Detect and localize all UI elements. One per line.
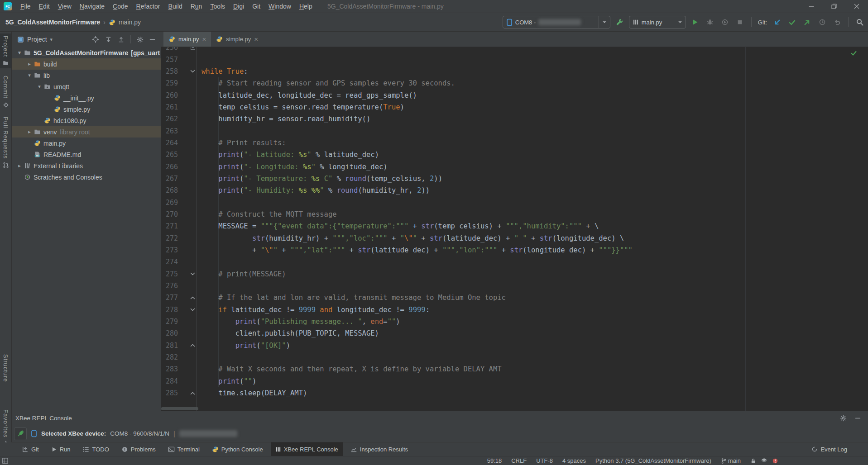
line-number[interactable]: 274	[161, 258, 184, 266]
history-button[interactable]	[816, 16, 828, 28]
line-number[interactable]: 280	[161, 329, 184, 337]
status-indent-style[interactable]: 4 spaces	[562, 457, 586, 464]
locate-file-button[interactable]	[92, 36, 99, 43]
menu-item-window[interactable]: Window	[264, 3, 295, 10]
code-line[interactable]: 257	[161, 53, 868, 65]
tool-window-button-xbee-repl-console[interactable]: XBee REPL Console	[271, 442, 343, 456]
minimize-panel-button[interactable]	[855, 415, 861, 421]
code-line[interactable]: 282	[161, 351, 868, 363]
line-number[interactable]: 269	[161, 199, 184, 207]
line-number[interactable]: 263	[161, 127, 184, 135]
line-number[interactable]: 271	[161, 222, 184, 230]
code-line[interactable]: 269	[161, 196, 868, 208]
code-line[interactable]: 270 # Construct the MQTT message	[161, 209, 868, 220]
line-number[interactable]: 265	[161, 151, 184, 159]
error-indicator-icon[interactable]	[772, 458, 778, 464]
line-number[interactable]: 256	[161, 47, 184, 52]
tree-item-5g-coldassetmonitorfirmware[interactable]: ▾5G_ColdAssetMonitorFirmware[gps_uart	[12, 47, 161, 58]
line-number[interactable]: 275	[161, 270, 184, 278]
expand-all-button[interactable]	[105, 36, 112, 43]
window-minimize-button[interactable]	[800, 0, 823, 13]
run-configuration-selector[interactable]: main.py	[629, 16, 686, 28]
code-line[interactable]: 280 client.publish(PUB_TOPIC, MESSAGE)	[161, 327, 868, 339]
fold-up-icon[interactable]	[184, 296, 201, 300]
code-line[interactable]: 274	[161, 256, 868, 268]
run-coverage-button[interactable]	[719, 16, 731, 28]
tool-window-button-inspection-results[interactable]: Inspection Results	[346, 442, 412, 456]
code-line[interactable]: 275 # print(MESSAGE)	[161, 268, 868, 280]
line-number[interactable]: 268	[161, 186, 184, 195]
code-line[interactable]: 276	[161, 280, 868, 292]
tree-item-lib[interactable]: ▾lib	[12, 70, 161, 81]
tree-item-readme-md[interactable]: MDREADME.md	[12, 149, 161, 160]
tool-window-button-run[interactable]: Run	[47, 442, 75, 456]
tool-window-button-problems[interactable]: Problems	[117, 442, 160, 456]
hide-panel-button[interactable]	[149, 37, 155, 43]
code-line[interactable]: 258while True:	[161, 66, 868, 77]
line-number[interactable]: 259	[161, 79, 184, 87]
line-number[interactable]: 267	[161, 175, 184, 183]
tool-windows-toggle-button[interactable]	[2, 457, 9, 464]
code-line[interactable]: 283 # Wait X seconds and then repeat, X …	[161, 363, 868, 375]
menu-item-build[interactable]: Build	[164, 3, 187, 10]
fold-down-icon[interactable]	[184, 69, 201, 73]
code-line[interactable]: 284 print("")	[161, 375, 868, 387]
code-line[interactable]: 281 print("[OK]")	[161, 340, 868, 351]
fold-down-icon[interactable]	[184, 308, 201, 312]
tree-item-hdc1080-py[interactable]: hdc1080.py	[12, 115, 161, 126]
chevron-down-icon[interactable]: ▾	[25, 72, 34, 78]
code-line[interactable]: 272 str(humidity_hr) + ""","loc":""" + "…	[161, 232, 868, 244]
tree-item-venv[interactable]: ▸venvlibrary root	[12, 126, 161, 138]
connect-toggle-button[interactable]	[14, 427, 27, 440]
line-number[interactable]: 260	[161, 91, 184, 100]
menu-item-navigate[interactable]: Navigate	[76, 3, 109, 10]
gear-icon[interactable]	[840, 415, 847, 422]
fold-up-icon[interactable]	[184, 391, 201, 395]
menu-item-view[interactable]: View	[54, 3, 76, 10]
menu-item-run[interactable]: Run	[187, 3, 206, 10]
search-everywhere-button[interactable]	[854, 16, 865, 28]
code-line[interactable]: 278 if latitude_dec != 9999 and longitud…	[161, 304, 868, 316]
lock-icon[interactable]	[750, 458, 756, 464]
event-log-button[interactable]: Event Log	[811, 446, 847, 453]
line-number[interactable]: 277	[161, 294, 184, 302]
code-line[interactable]: 273 + "\"" + ""","lat":""" + str(latitud…	[161, 244, 868, 256]
code-line[interactable]: 259 # Start reading sensor and GPS sampl…	[161, 77, 868, 89]
project-panel-title[interactable]: Project	[27, 36, 47, 43]
close-icon[interactable]: ×	[202, 36, 206, 43]
code-line[interactable]: 285 time.sleep(DELAY_AMT)	[161, 387, 868, 399]
code-line[interactable]: 279 print("Publishing message... ", end=…	[161, 316, 868, 327]
line-number[interactable]: 284	[161, 377, 184, 385]
tree-item-scratches-and-consoles[interactable]: Scratches and Consoles	[12, 171, 161, 183]
menu-item-git[interactable]: Git	[248, 3, 264, 10]
code-area[interactable]: 256"""257258while True:259 # Start readi…	[161, 47, 868, 411]
code-line[interactable]: 265 print("- Latitude: %s" % latitude_de…	[161, 149, 868, 161]
breadcrumb-file[interactable]: main.py	[119, 19, 141, 26]
tool-window-button-python-console[interactable]: Python Console	[207, 442, 268, 456]
menu-item-code[interactable]: Code	[109, 3, 132, 10]
git-commit-button[interactable]	[786, 16, 798, 28]
tree-item-umqtt[interactable]: ▾umqtt	[12, 81, 161, 92]
stripe-button-project[interactable]: Project	[0, 33, 11, 68]
stripe-button-pull-requests[interactable]: Pull Requests	[0, 114, 11, 171]
status-python-interpreter[interactable]: Python 3.7 (5G_ColdAssetMonitorFirmware)	[595, 457, 711, 464]
fold-down-icon[interactable]	[184, 272, 201, 276]
inspections-ok-icon[interactable]	[850, 50, 857, 57]
window-close-button[interactable]	[845, 0, 868, 13]
menu-item-digi[interactable]: Digi	[229, 3, 248, 10]
breadcrumb-project[interactable]: 5G_ColdAssetMonitorFirmware	[5, 19, 100, 26]
stripe-button-structure[interactable]: Structure	[0, 352, 11, 384]
line-number[interactable]: 261	[161, 103, 184, 111]
code-line[interactable]: 262 humidity_hr = sensor.read_humidity()	[161, 113, 868, 125]
line-number[interactable]: 283	[161, 365, 184, 373]
debug-button[interactable]	[705, 16, 716, 28]
line-number[interactable]: 273	[161, 246, 184, 254]
tree-item-main-py[interactable]: main.py	[12, 138, 161, 149]
chevron-right-icon[interactable]: ▸	[25, 61, 34, 67]
git-push-button[interactable]	[801, 16, 813, 28]
menu-item-file[interactable]: File	[16, 3, 35, 10]
tool-window-button-todo[interactable]: TODO	[78, 442, 113, 456]
rollback-button[interactable]	[831, 16, 843, 28]
stop-button[interactable]	[734, 16, 746, 28]
code-line[interactable]: 267 print("- Temperature: %s C" % round(…	[161, 173, 868, 185]
